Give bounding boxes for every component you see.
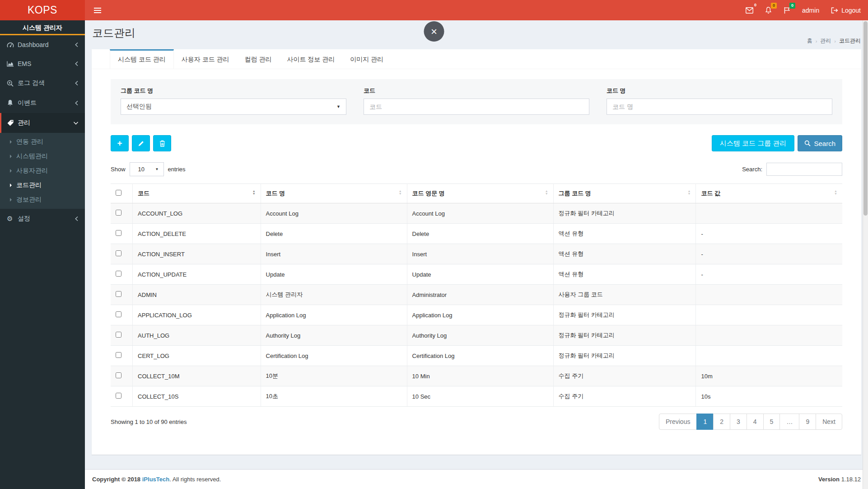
vertical-scrollbar[interactable] <box>863 20 868 489</box>
row-checkbox[interactable] <box>116 332 121 338</box>
sort-icon[interactable]: ▲▼ <box>545 190 548 195</box>
row-checkbox[interactable] <box>116 311 121 317</box>
sidebar-item-log-search[interactable]: 로그 검색 <box>0 73 85 93</box>
code-name-input[interactable] <box>607 99 832 115</box>
row-checkbox[interactable] <box>116 372 121 378</box>
notifications-button[interactable]: 0 <box>765 7 772 14</box>
cell-name: Delete <box>261 224 407 244</box>
pagination-previous[interactable]: Previous <box>659 414 697 430</box>
show-label: Show <box>111 166 126 173</box>
search-button[interactable]: Search <box>798 135 842 151</box>
pagination-page-3[interactable]: 3 <box>730 414 747 430</box>
row-checkbox[interactable] <box>116 250 121 256</box>
table-row[interactable]: AUTH_LOG Authority Log Authority Log 정규화… <box>111 325 842 346</box>
column-header-code-name[interactable]: 코드 명 ▲▼ <box>261 184 407 203</box>
app-logo[interactable]: KOPS <box>0 0 85 20</box>
sidebar-item-dashboard[interactable]: Dashboard <box>0 35 85 54</box>
tab-system-code[interactable]: 시스템 코드 관리 <box>110 49 174 69</box>
topnav-right: 0 0 0 admin Logout <box>746 7 861 14</box>
table-search-input[interactable] <box>766 163 842 176</box>
sidebar-subitem-alarm-management[interactable]: 경보관리 <box>0 193 85 207</box>
tab-user-code[interactable]: 사용자 코드 관리 <box>174 49 237 69</box>
cell-name: Application Log <box>261 305 407 325</box>
sidebar-subitem-code-management[interactable]: 코드관리 <box>0 178 85 193</box>
sidebar-subitem-link-management[interactable]: 연동 관리 <box>0 135 85 149</box>
flags-button[interactable]: 0 <box>784 7 790 14</box>
code-input[interactable] <box>364 99 589 115</box>
group-code-select[interactable]: 선택안됨 ▼ <box>121 99 346 115</box>
add-button[interactable]: + <box>111 135 129 151</box>
entries-label: entries <box>168 166 186 173</box>
row-checkbox[interactable] <box>116 352 121 358</box>
table-row[interactable]: CERT_LOG Certification Log Certification… <box>111 346 842 366</box>
version-value: 1.18.12 <box>841 476 861 483</box>
filter-group-code-name: 그룹 코드 명 선택안됨 ▼ <box>121 87 346 115</box>
cell-value: - <box>696 244 842 264</box>
table-row[interactable]: COLLECT_10M 10분 10 Min 수집 주기 10m <box>111 366 842 386</box>
user-menu[interactable]: admin <box>802 7 819 14</box>
flags-badge: 0 <box>789 3 795 9</box>
table-row[interactable]: COLLECT_10S 10초 10 Sec 수집 주기 10s <box>111 386 842 407</box>
sidebar-item-settings[interactable]: ⚙ 설정 <box>0 209 85 229</box>
row-checkbox[interactable] <box>116 291 121 297</box>
cell-value <box>696 285 842 305</box>
close-button[interactable]: × <box>424 21 444 42</box>
cell-value: 10m <box>696 366 842 386</box>
table-row[interactable]: ACTION_INSERT Insert Insert 액션 유형 - <box>111 244 842 264</box>
logout-button[interactable]: Logout <box>831 7 861 14</box>
sort-icon[interactable]: ▲▼ <box>688 190 691 195</box>
pagination-page-5[interactable]: 5 <box>763 414 780 430</box>
pagination-next[interactable]: Next <box>816 414 842 430</box>
row-checkbox[interactable] <box>116 393 121 399</box>
tab-image[interactable]: 이미지 관리 <box>342 49 391 69</box>
cell-name-en: Administrator <box>407 285 553 305</box>
select-all-checkbox[interactable] <box>116 190 121 196</box>
page-length-select[interactable]: 10 ▼ <box>130 162 164 176</box>
row-checkbox[interactable] <box>116 210 121 216</box>
sidebar-item-events[interactable]: 이벤트 <box>0 93 85 113</box>
sidebar-item-label: Dashboard <box>18 41 49 48</box>
table-row[interactable]: ACTION_UPDATE Update Update 액션 유형 - <box>111 264 842 285</box>
area-chart-icon <box>7 61 18 67</box>
sidebar-subitem-system-management[interactable]: 시스템관리 <box>0 149 85 164</box>
pagination-page-1[interactable]: 1 <box>696 414 714 430</box>
sort-icon[interactable]: ▲▼ <box>834 190 837 195</box>
row-checkbox[interactable] <box>116 230 121 236</box>
sort-icon[interactable]: ▲▼ <box>252 190 256 195</box>
tab-column[interactable]: 컬럼 관리 <box>237 49 280 69</box>
column-header-code[interactable]: 코드 ▲▼ <box>133 184 261 203</box>
breadcrumb-home[interactable]: 홈 <box>807 37 812 45</box>
table-row[interactable]: ADMIN 시스템 관리자 Administrator 사용자 그룹 코드 <box>111 285 842 305</box>
delete-button[interactable] <box>153 135 171 151</box>
sidebar-toggle-button[interactable] <box>92 5 103 16</box>
scrollbar-thumb[interactable] <box>863 21 868 216</box>
system-code-group-manage-button[interactable]: 시스템 코드 그룹 관리 <box>712 135 795 151</box>
messages-button[interactable]: 0 <box>746 7 753 14</box>
table-row[interactable]: ACCOUNT_LOG Account Log Account Log 정규화 … <box>111 203 842 224</box>
pagination-page-9[interactable]: 9 <box>799 414 816 430</box>
pagination-page-4[interactable]: 4 <box>747 414 764 430</box>
table-row[interactable]: ACTION_DELETE Delete Delete 액션 유형 - <box>111 224 842 244</box>
sidebar-item-management[interactable]: 관리 <box>0 113 85 133</box>
sort-icon[interactable]: ▲▼ <box>399 190 402 195</box>
cell-name-en: Application Log <box>407 305 553 325</box>
pagination-ellipsis[interactable]: … <box>779 414 799 430</box>
company-link[interactable]: iPlusTech <box>142 476 169 483</box>
caret-right-icon <box>10 140 12 144</box>
column-header-code-name-en[interactable]: 코드 영문 명 ▲▼ <box>407 184 553 203</box>
tab-site-info[interactable]: 사이트 정보 관리 <box>279 49 342 69</box>
caret-right-icon <box>10 155 12 158</box>
gear-icon: ⚙ <box>7 216 18 222</box>
column-header-group-code-name[interactable]: 그룹 코드 명 ▲▼ <box>553 184 696 203</box>
cell-name: 10분 <box>261 366 407 386</box>
sidebar-item-label: 설정 <box>18 215 30 223</box>
pagination-page-2[interactable]: 2 <box>713 414 730 430</box>
table-row[interactable]: APPLICATION_LOG Application Log Applicat… <box>111 305 842 325</box>
sidebar-item-ems[interactable]: EMS <box>0 54 85 73</box>
edit-button[interactable] <box>132 135 150 151</box>
sidebar-subitem-user-management[interactable]: 사용자관리 <box>0 164 85 178</box>
column-header-code-value[interactable]: 코드 값 ▲▼ <box>696 184 842 203</box>
row-checkbox[interactable] <box>116 271 121 277</box>
breadcrumb-section[interactable]: 관리 <box>820 37 831 45</box>
dropdown-arrow-icon: ▼ <box>155 167 159 171</box>
